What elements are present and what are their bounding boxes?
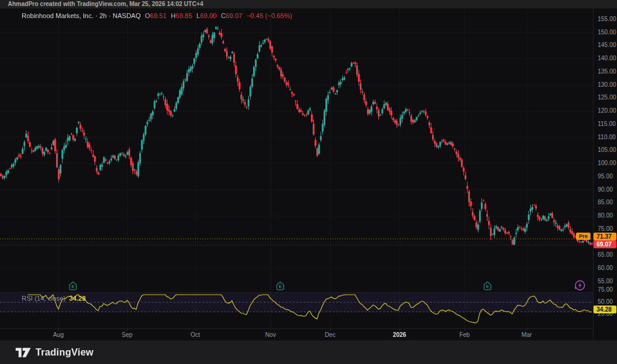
- time-label: Oct: [190, 331, 200, 338]
- earnings-marker-icon[interactable]: E: [67, 281, 78, 292]
- tradingview-snapshot: AhmadPro created with TradingView.com, M…: [0, 0, 617, 364]
- symbol-title[interactable]: Robinhood Markets, Inc. · 2h · NASDAQ: [22, 12, 140, 19]
- svg-text:E: E: [278, 284, 281, 289]
- time-tickmark: [271, 329, 271, 331]
- time-label: Sep: [122, 331, 133, 338]
- attribution-bar: AhmadPro created with TradingView.com, M…: [0, 0, 617, 8]
- ohlc-high: H69.85: [171, 12, 192, 19]
- price-tick: 130.00: [598, 82, 616, 88]
- earnings-marker-icon[interactable]: E: [275, 281, 286, 292]
- price-tick: 80.00: [598, 213, 613, 219]
- price-tick: 55.00: [598, 278, 613, 284]
- price-tick: 150.00: [598, 30, 616, 36]
- time-label: Aug: [53, 331, 64, 338]
- svg-text:E: E: [486, 284, 489, 289]
- time-tickmark: [399, 329, 400, 331]
- tradingview-logo[interactable]: TradingView: [16, 347, 93, 358]
- ohlc-close: C69.07: [221, 12, 242, 19]
- price-tick: 60.00: [598, 265, 613, 271]
- chart-canvas[interactable]: [0, 8, 593, 329]
- price-tick: 100.00: [598, 160, 616, 166]
- flash-marker-icon[interactable]: [573, 279, 586, 292]
- rsi-value: 34.28: [69, 295, 86, 302]
- symbol-legend[interactable]: Robinhood Markets, Inc. · 2h · NASDAQ O6…: [22, 12, 292, 19]
- time-label: 2026: [393, 331, 406, 338]
- last-price-badge: 69.07: [594, 240, 616, 248]
- rsi-legend[interactable]: RSI (14, close) 34.28: [22, 295, 86, 302]
- price-tick: 120.00: [598, 108, 616, 114]
- time-label: Nov: [265, 331, 276, 338]
- tradingview-logo-text: TradingView: [36, 347, 93, 358]
- time-tickmark: [58, 329, 59, 331]
- price-tick: 90.00: [598, 187, 613, 193]
- svg-text:E: E: [71, 284, 74, 289]
- price-tick: 140.00: [598, 55, 616, 61]
- ohlc-low: L69.00: [196, 12, 217, 19]
- time-tickmark: [527, 329, 527, 331]
- footer-bar: TradingView: [0, 340, 617, 364]
- price-tick: 65.00: [598, 252, 613, 258]
- time-tickmark: [127, 329, 128, 331]
- price-tick: 125.00: [598, 95, 616, 101]
- price-tick: 85.00: [598, 199, 613, 206]
- price-tick: 135.00: [598, 69, 616, 75]
- price-tick: 95.00: [598, 174, 613, 180]
- tradingview-logo-icon: [16, 348, 31, 357]
- premarket-chip: Pre: [576, 233, 590, 240]
- premarket-price-badge: 71.37: [594, 233, 616, 240]
- time-label: Mar: [521, 331, 531, 338]
- attribution-text: AhmadPro created with TradingView.com, M…: [8, 1, 203, 7]
- rsi-value-badge: 34.28: [594, 306, 616, 313]
- time-label: Dec: [325, 331, 336, 338]
- rsi-tick: 75.00: [598, 287, 613, 293]
- price-axis[interactable]: 160.00155.00150.00145.00140.00135.00130.…: [593, 8, 617, 340]
- price-tick: 115.00: [598, 121, 616, 127]
- time-tickmark: [195, 329, 196, 331]
- time-label: Feb: [459, 331, 469, 338]
- price-tick: 145.00: [598, 42, 616, 48]
- rsi-title[interactable]: RSI (14, close): [22, 295, 66, 302]
- price-tick: 155.00: [598, 16, 616, 22]
- ohlc-open: O69.51: [145, 12, 166, 19]
- rsi-tick: 50.00: [598, 299, 613, 305]
- time-tickmark: [330, 329, 331, 331]
- price-tick: 105.00: [598, 147, 616, 153]
- earnings-marker-icon[interactable]: E: [482, 281, 493, 292]
- time-tickmark: [465, 329, 465, 331]
- price-tick: 110.00: [598, 134, 616, 140]
- change-value: −0.45 (−0.65%): [246, 12, 292, 19]
- time-axis[interactable]: AugSepOctNovDec2026FebMar: [0, 329, 593, 340]
- price-tick: 75.00: [598, 226, 613, 232]
